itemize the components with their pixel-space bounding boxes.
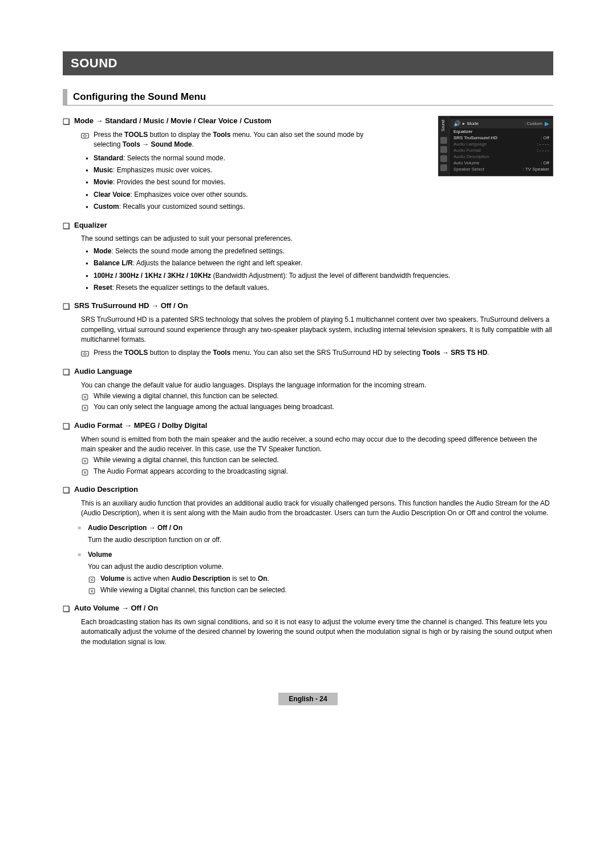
- note-row: The Audio Format appears according to th…: [81, 467, 553, 476]
- audio-description-block: Audio Description This is an auxiliary a…: [74, 484, 553, 595]
- osd-side-icon: [440, 146, 447, 153]
- audio-language-para: You can change the default value for aud…: [81, 381, 553, 390]
- note-icon: [81, 392, 89, 402]
- audio-description-para: This is an auxiliary audio function that…: [81, 499, 553, 519]
- page-footer: English - 24: [63, 693, 553, 705]
- srs-block: SRS TruSurround HD → Off / On SRS TruSur…: [74, 301, 553, 358]
- list-item: Standard: Selects the normal sound mode.: [94, 153, 366, 163]
- ad-sub2-heading: Volume: [88, 550, 553, 560]
- list-item: 100Hz / 300Hz / 1KHz / 3KHz / 10KHz (Ban…: [94, 271, 553, 281]
- note-text: The Audio Format appears according to th…: [94, 467, 553, 476]
- list-item: Custom: Recalls your customized sound se…: [94, 202, 366, 212]
- osd-row: Speaker Select: TV Speaker: [450, 166, 553, 172]
- audio-description-heading: Audio Description: [74, 484, 553, 495]
- note-icon: [81, 403, 89, 413]
- auto-volume-block: Auto Volume → Off / On Each broadcasting…: [74, 603, 553, 647]
- list-item: Clear Voice: Emphasizes voice over other…: [94, 190, 366, 200]
- osd-row: SRS TruSurround HD: Off: [450, 135, 553, 141]
- audio-language-heading: Audio Language: [74, 366, 553, 377]
- osd-side-icon: [440, 164, 447, 171]
- audio-format-heading: Audio Format → MPEG / Dolby Digital: [74, 421, 553, 431]
- tools-icon: [81, 131, 89, 140]
- note-row: You can only select the language among t…: [81, 402, 553, 412]
- osd-row: Auto Volume: Off: [450, 160, 553, 166]
- ad-note2: While viewing a Digital channel, this fu…: [100, 585, 553, 595]
- page-title: SOUND: [63, 51, 553, 75]
- osd-row: Audio Format: - - - -: [450, 147, 553, 153]
- ad-sub1-heading: Audio Description → Off / On: [88, 523, 553, 533]
- list-item: Music: Emphasizes music over voices.: [94, 165, 366, 175]
- audio-format-para: When sound is emitted from both the main…: [81, 435, 553, 455]
- auto-volume-para: Each broadcasting station has its own si…: [81, 617, 553, 647]
- ad-sub2-desc: You can adjust the audio description vol…: [88, 562, 553, 572]
- audio-language-block: Audio Language You can change the defaul…: [74, 366, 553, 413]
- note-text: You can only select the language among t…: [94, 402, 553, 412]
- ad-sub1-desc: Turn the audio description function on o…: [88, 535, 553, 545]
- audio-format-block: Audio Format → MPEG / Dolby Digital When…: [74, 421, 553, 476]
- note-text: While viewing a digital channel, this fu…: [94, 455, 553, 465]
- note-icon: [88, 575, 96, 584]
- mode-tools-text: Press the TOOLS button to display the To…: [94, 130, 366, 150]
- auto-volume-heading: Auto Volume → Off / On: [74, 603, 553, 614]
- equalizer-block: Equalizer The sound settings can be adju…: [74, 220, 553, 293]
- list-item: Movie: Provides the best sound for movie…: [94, 177, 366, 187]
- osd-row: Audio Description: [450, 153, 553, 160]
- tools-icon: [81, 349, 89, 358]
- osd-row: Equalizer: [450, 128, 553, 135]
- list-item: Balance L/R: Adjusts the balance between…: [94, 258, 553, 268]
- srs-heading: SRS TruSurround HD → Off / On: [74, 301, 553, 312]
- note-row: While viewing a digital channel, this fu…: [81, 391, 553, 401]
- srs-tools-text: Press the TOOLS button to display the To…: [94, 348, 553, 358]
- srs-para: SRS TruSurround HD is a patented SRS tec…: [81, 315, 553, 345]
- osd-row: Audio Language: - - - -: [450, 141, 553, 147]
- ad-note1: Volume is active when Audio Description …: [100, 574, 553, 584]
- osd-side-icon: [440, 137, 447, 144]
- note-icon: [81, 467, 89, 477]
- note-icon: [81, 456, 89, 466]
- note-icon: [88, 586, 96, 596]
- equalizer-intro: The sound settings can be adjusted to su…: [81, 234, 553, 244]
- mode-heading: Mode → Standard / Music / Movie / Clear …: [74, 116, 553, 127]
- note-row: While viewing a digital channel, this fu…: [81, 455, 553, 465]
- section-heading: Configuring the Sound Menu: [63, 89, 553, 106]
- list-item: Mode: Selects the sound mode among the p…: [94, 246, 553, 256]
- osd-side-icon: [440, 155, 447, 162]
- equalizer-heading: Equalizer: [74, 220, 553, 231]
- note-text: While viewing a digital channel, this fu…: [94, 391, 553, 401]
- list-item: Reset: Resets the equalizer settings to …: [94, 283, 553, 293]
